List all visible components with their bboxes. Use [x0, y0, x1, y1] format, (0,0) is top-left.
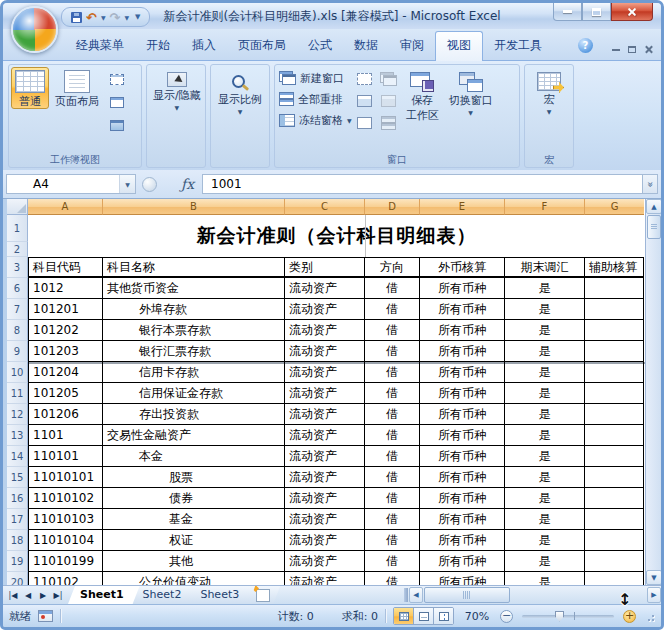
cell-name[interactable]: 其他货币资金 [103, 278, 285, 299]
insert-function-icon[interactable]: ƒx [181, 176, 194, 192]
name-box[interactable]: A4 ▼ [6, 174, 136, 194]
freeze-panes-button[interactable]: 冻结窗格 ▼ [279, 110, 352, 130]
cell-aux[interactable] [585, 551, 644, 572]
header-cell-category[interactable]: 类别 [285, 257, 365, 278]
cell-category[interactable]: 流动资产 [285, 551, 365, 572]
row-header[interactable]: 11 [7, 383, 28, 404]
sheet-tab-sheet3[interactable]: Sheet3 [188, 586, 255, 604]
cell-name[interactable]: 本金 [103, 446, 285, 467]
header-cell-aux[interactable]: 辅助核算 [585, 257, 644, 278]
cell-name[interactable]: 其他 [103, 551, 285, 572]
vertical-scroll-track[interactable] [646, 240, 662, 570]
cell-aux[interactable] [585, 467, 644, 488]
tab-insert[interactable]: 插入 [181, 32, 227, 60]
row-header[interactable]: 17 [7, 509, 28, 530]
tab-data[interactable]: 数据 [343, 32, 389, 60]
save-workspace-button[interactable]: 保存 工作区 [402, 67, 443, 123]
header-cell-currency[interactable]: 外币核算 [420, 257, 505, 278]
cell-revalue[interactable]: 是 [505, 530, 585, 551]
page-layout-shortcut[interactable] [414, 608, 434, 624]
row-header[interactable]: 8 [7, 320, 28, 341]
cell-category[interactable]: 流动资产 [285, 362, 365, 383]
cell-revalue[interactable]: 是 [505, 446, 585, 467]
name-box-dropdown-icon[interactable]: ▼ [119, 175, 135, 193]
cell-revalue[interactable]: 是 [505, 299, 585, 320]
cell-revalue[interactable]: 是 [505, 551, 585, 572]
customize-qat-icon[interactable]: ▼ [135, 13, 140, 21]
minimize-button[interactable] [553, 3, 582, 21]
cell-direction[interactable]: 借 [365, 572, 420, 585]
cell-direction[interactable]: 借 [365, 467, 420, 488]
undo-dropdown-icon[interactable]: ▼ [101, 14, 106, 21]
cell-aux[interactable] [585, 509, 644, 530]
zoom-slider[interactable] [522, 615, 614, 618]
cell-category[interactable]: 流动资产 [285, 299, 365, 320]
cell-aux[interactable] [585, 362, 644, 383]
cell-direction[interactable]: 借 [365, 551, 420, 572]
custom-views-button[interactable] [105, 92, 129, 113]
cell-revalue[interactable]: 是 [505, 488, 585, 509]
zoom-level[interactable]: 70% [461, 610, 493, 623]
horizontal-scroll-thumb[interactable] [424, 587, 510, 603]
row-header[interactable]: 13 [7, 425, 28, 446]
workbook-restore-icon[interactable] [628, 46, 636, 53]
cell-code[interactable]: 101203 [28, 341, 103, 362]
vertical-scroll-thumb[interactable] [647, 215, 661, 239]
tab-view[interactable]: 视图 [435, 31, 483, 61]
last-sheet-icon[interactable]: ▶| [51, 588, 65, 602]
cell-aux[interactable] [585, 320, 644, 341]
next-sheet-icon[interactable]: ▶ [36, 588, 50, 602]
cell-direction[interactable]: 借 [365, 488, 420, 509]
cell-name[interactable]: 公允价值变动 [103, 572, 285, 585]
cell-aux[interactable] [585, 425, 644, 446]
cell-currency[interactable]: 所有币种 [420, 362, 505, 383]
page-layout-view-button[interactable]: 页面布局 [51, 67, 103, 109]
zoom-slider-thumb[interactable] [555, 611, 564, 622]
cell-name[interactable]: 权证 [103, 530, 285, 551]
cell-aux[interactable] [585, 278, 644, 299]
cell-direction[interactable]: 借 [365, 383, 420, 404]
cell-direction[interactable]: 借 [365, 530, 420, 551]
row-header[interactable]: 9 [7, 341, 28, 362]
cell-code[interactable]: 101202 [28, 320, 103, 341]
row-header[interactable]: 15 [7, 467, 28, 488]
cell-revalue[interactable]: 是 [505, 572, 585, 585]
cell-currency[interactable]: 所有币种 [420, 467, 505, 488]
cell-revalue[interactable]: 是 [505, 320, 585, 341]
zoom-button[interactable]: 显示比例 ▼ [214, 69, 266, 116]
cell-code[interactable]: 101206 [28, 404, 103, 425]
close-button[interactable] [611, 3, 653, 21]
cell-name[interactable]: 信用保证金存款 [103, 383, 285, 404]
cell-revalue[interactable]: 是 [505, 362, 585, 383]
cell-currency[interactable]: 所有币种 [420, 383, 505, 404]
column-header[interactable]: D [365, 199, 420, 215]
sheet-tab-sheet1[interactable]: Sheet1 [68, 586, 140, 604]
cell-code[interactable]: 11010101 [28, 467, 103, 488]
column-header[interactable]: A [28, 199, 103, 215]
show-hide-button[interactable]: 显示/隐藏 ▼ [149, 69, 205, 112]
page-break-preview-button[interactable] [105, 69, 129, 90]
header-cell-code[interactable]: 科目代码 [28, 257, 103, 278]
cell-currency[interactable]: 所有币种 [420, 320, 505, 341]
cell-revalue[interactable]: 是 [505, 425, 585, 446]
cell-currency[interactable]: 所有币种 [420, 572, 505, 585]
cell-code[interactable]: 101205 [28, 383, 103, 404]
row-header[interactable]: 6 [7, 278, 28, 299]
cell-revalue[interactable]: 是 [505, 383, 585, 404]
cell-code[interactable]: 101201 [28, 299, 103, 320]
cell-code[interactable]: 110101 [28, 446, 103, 467]
cell-direction[interactable]: 借 [365, 278, 420, 299]
cell-currency[interactable]: 所有币种 [420, 530, 505, 551]
cell-aux[interactable] [585, 383, 644, 404]
cell-direction[interactable]: 借 [365, 320, 420, 341]
cell-direction[interactable]: 借 [365, 509, 420, 530]
cell-category[interactable]: 流动资产 [285, 488, 365, 509]
tab-page-layout[interactable]: 页面布局 [227, 32, 297, 60]
office-button-icon[interactable] [11, 6, 58, 53]
cell-direction[interactable]: 借 [365, 299, 420, 320]
cell-code[interactable]: 1012 [28, 278, 103, 299]
cell-name[interactable]: 交易性金融资产 [103, 425, 285, 446]
column-header[interactable]: E [420, 199, 505, 215]
cell-name[interactable]: 银行本票存款 [103, 320, 285, 341]
cell-aux[interactable] [585, 446, 644, 467]
